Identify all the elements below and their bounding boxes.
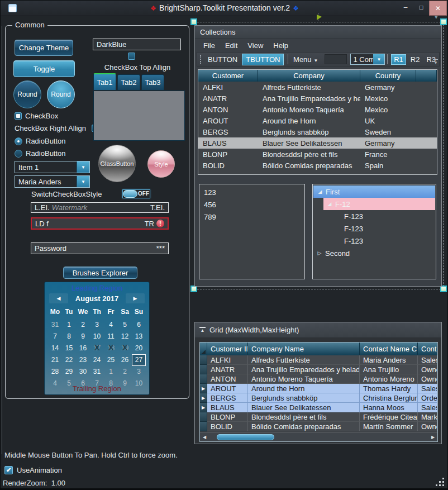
table-row[interactable]: ALFKIAlfreds FutterkisteGermany	[198, 82, 437, 93]
table-row[interactable]: BOLIDBólido Comidas preparadasMartín Som…	[200, 422, 437, 431]
password-box[interactable]: Password ***	[31, 242, 169, 254]
table-cell[interactable]: Orde	[418, 393, 437, 403]
calendar-day-cell[interactable]: 27	[132, 354, 146, 366]
table-cell[interactable]: Alfreds Futterkiste	[258, 82, 360, 93]
glass-button[interactable]: GlassButton	[98, 145, 136, 182]
list-item[interactable]: 123	[199, 187, 304, 199]
table-cell[interactable]: Owne	[418, 422, 437, 431]
calendar-day-cell[interactable]: 2	[118, 366, 132, 378]
table-cell[interactable]: Blauer See Delikatessen	[258, 137, 360, 149]
row-header[interactable]: ▶	[200, 384, 207, 393]
table-row[interactable]: AROUTAround the HornUK	[198, 115, 437, 126]
calendar-day-cell[interactable]: 28	[48, 366, 62, 378]
toolbar-toggle-button[interactable]: TBUTTON	[242, 54, 284, 65]
table-cell[interactable]: ANATR	[198, 93, 258, 104]
row-header[interactable]	[200, 412, 207, 422]
table-row[interactable]: ALFKIAlfreds FutterkisteMaria AndersSale…	[200, 355, 437, 365]
table-row[interactable]: ANATRAna Trujillo Emparedados y helaMexi…	[198, 93, 437, 104]
toolbar-button[interactable]: BUTTON	[205, 55, 240, 64]
style-button[interactable]: Style	[147, 150, 175, 178]
table-cell[interactable]: France	[360, 149, 416, 160]
tab-tab2[interactable]: Tab2	[117, 74, 140, 90]
calendar-day-cell[interactable]: 31	[90, 366, 104, 378]
table-cell[interactable]: Hanna Moos	[360, 403, 418, 412]
calendar-day-cell[interactable]: 31	[48, 319, 62, 331]
chevron-down-icon[interactable]: ▼	[77, 176, 89, 187]
calendar-day-cell[interactable]: 9	[76, 331, 90, 342]
table-cell[interactable]: Antonio Moreno Taquería	[248, 374, 360, 384]
watermark-textbox[interactable]: L.EI. Watermark T.EI.	[31, 202, 169, 213]
tree-item[interactable]: ▷Second	[313, 247, 436, 259]
calendar-day-cell[interactable]: 3	[90, 319, 104, 331]
table-cell[interactable]: Germany	[360, 137, 416, 149]
table-cell[interactable]: Berglunds snabbköp	[258, 126, 360, 137]
calendar-day-cell[interactable]: 3	[132, 366, 146, 378]
calendar-day-cell[interactable]: 20	[132, 342, 146, 354]
checkbox[interactable]	[15, 112, 22, 120]
calendar-day-cell[interactable]: 24	[90, 354, 104, 366]
table-cell[interactable]: BERGS	[198, 126, 258, 137]
menu-item-edit[interactable]: Edit	[221, 40, 241, 51]
table-cell[interactable]: Spain	[360, 160, 416, 171]
table-row[interactable]: BLONPBlondesddsl père et filsFrédérique …	[200, 412, 437, 422]
table-cell[interactable]: Sales	[418, 384, 437, 393]
toolbar-radio-r2[interactable]: R2	[408, 55, 422, 64]
table-cell[interactable]: Blondesddsl père et fils	[258, 149, 360, 160]
row-header[interactable]	[200, 355, 207, 365]
table-cell[interactable]: Blauer See Delikatessen	[248, 403, 360, 412]
list-item[interactable]: 456	[199, 199, 304, 211]
maximize-button[interactable]: □	[413, 1, 429, 14]
table-cell[interactable]: Owne	[418, 365, 437, 374]
customer-combobox[interactable]: Maria Anders ▼	[15, 175, 90, 188]
calendar-day-cell[interactable]: 13	[132, 331, 146, 342]
table-cell[interactable]: Around the Horn	[258, 115, 360, 126]
use-animation-checkbox[interactable]: ✔	[4, 466, 13, 474]
tree-item[interactable]: ◢F-12	[323, 198, 435, 210]
table-cell[interactable]: Mark	[418, 412, 437, 422]
tree-item[interactable]: ◢First	[313, 185, 435, 198]
error-textbox[interactable]: LD f TR !	[31, 217, 169, 230]
table-cell[interactable]: Blondesddsl père et fils	[248, 412, 360, 422]
table-row[interactable]: ▶BERGSBerglunds snabbköpChristina Berglu…	[200, 393, 437, 403]
column-header[interactable]: Contact Name CN	[360, 342, 418, 355]
table-cell[interactable]: Sales	[418, 403, 437, 412]
table-cell[interactable]: Sweden	[360, 126, 416, 137]
table-cell[interactable]: Antonio Moreno	[360, 374, 418, 384]
table-cell[interactable]: Ana Trujillo	[360, 365, 418, 374]
scroll-left-icon[interactable]: ◀	[200, 435, 209, 440]
calendar-day-cell[interactable]: 17	[90, 342, 104, 354]
toolbar-radio-r1[interactable]: R1	[391, 54, 406, 65]
row-header[interactable]	[200, 422, 207, 431]
tab-tab1[interactable]: Tab1	[93, 73, 116, 90]
table-cell[interactable]: Germany	[360, 82, 416, 93]
calendar-day-cell[interactable]: 25	[104, 354, 118, 366]
selection-handle-top-right[interactable]	[440, 18, 447, 25]
table-cell[interactable]: Antonio Moreno Taquería	[258, 104, 360, 115]
calendar-day-cell[interactable]: 12	[118, 331, 132, 342]
table-cell[interactable]: ANTON	[198, 104, 258, 115]
calendar-day-cell[interactable]: 1	[104, 366, 118, 378]
calendar-day-cell[interactable]: 4	[104, 319, 118, 331]
calendar-day-cell[interactable]: 10	[90, 331, 104, 342]
table-cell[interactable]: Ana Trujillo Emparedados y helados	[248, 365, 360, 374]
calendar-day-cell[interactable]: 23	[76, 354, 90, 366]
calendar-day-cell[interactable]: 22	[62, 354, 76, 366]
table-cell[interactable]: BLAUS	[207, 403, 248, 412]
table-cell[interactable]: ALFKI	[207, 355, 248, 365]
item-combobox[interactable]: Item 1 ▼	[15, 161, 90, 173]
checkbox-top-align[interactable]	[128, 53, 135, 60]
table-cell[interactable]: AROUT	[198, 115, 258, 126]
table-cell[interactable]: Martín Sommer	[360, 422, 418, 431]
toolbar-grip-icon[interactable]	[200, 55, 202, 64]
pin-up-icon[interactable]	[199, 327, 206, 333]
calendar-month-label[interactable]: August 2017	[68, 294, 126, 303]
tree-item[interactable]: F-123	[313, 235, 436, 247]
calendar-day-cell[interactable]: 11	[104, 331, 118, 342]
table-cell[interactable]: ALFKI	[198, 82, 258, 93]
column-header[interactable]: Customer	[198, 70, 258, 82]
toolbar-textbox[interactable]	[325, 54, 347, 64]
column-header[interactable]: Conta	[418, 342, 437, 355]
calendar-day-cell[interactable]: 18	[104, 342, 118, 354]
row-header[interactable]: ▶	[200, 393, 207, 403]
round-button-dark[interactable]: Round	[13, 80, 41, 108]
